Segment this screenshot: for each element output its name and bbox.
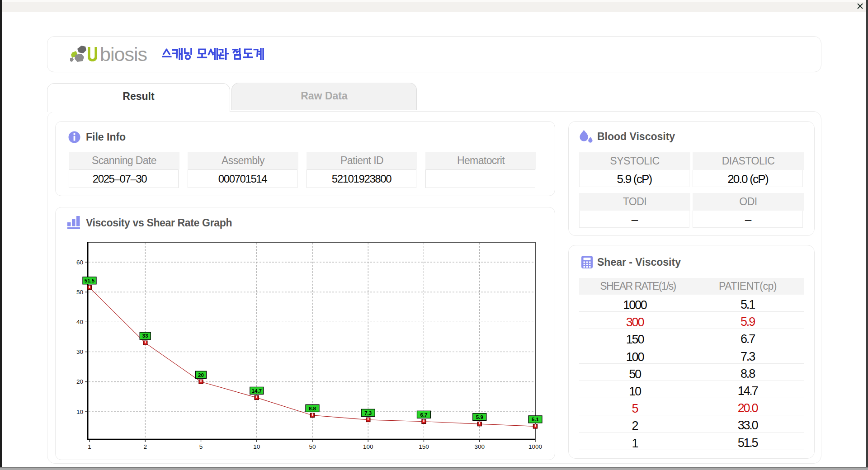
svg-text:20: 20 xyxy=(76,378,83,385)
svg-text:1000: 1000 xyxy=(528,443,542,450)
svg-text:2: 2 xyxy=(143,443,147,450)
svg-text:5.9: 5.9 xyxy=(476,414,483,420)
svg-text:5.1: 5.1 xyxy=(532,417,539,422)
svg-text:8.8: 8.8 xyxy=(309,406,316,411)
svg-text:14.7: 14.7 xyxy=(252,388,262,394)
svg-text:150: 150 xyxy=(419,443,429,450)
svg-text:50: 50 xyxy=(309,443,316,450)
svg-text:1: 1 xyxy=(88,443,91,450)
svg-text:60: 60 xyxy=(76,259,83,266)
svg-text:10: 10 xyxy=(253,443,260,450)
svg-text:300: 300 xyxy=(475,443,485,450)
svg-text:51.5: 51.5 xyxy=(85,278,95,283)
svg-text:100: 100 xyxy=(363,443,373,450)
svg-text:30: 30 xyxy=(76,348,83,355)
svg-text:33: 33 xyxy=(142,333,148,338)
svg-text:5: 5 xyxy=(199,443,203,450)
svg-text:10: 10 xyxy=(76,409,83,415)
svg-text:7.3: 7.3 xyxy=(364,410,372,416)
svg-text:40: 40 xyxy=(76,319,83,325)
svg-text:20: 20 xyxy=(198,372,204,378)
svg-text:6.7: 6.7 xyxy=(420,412,428,418)
svg-text:50: 50 xyxy=(76,289,83,296)
